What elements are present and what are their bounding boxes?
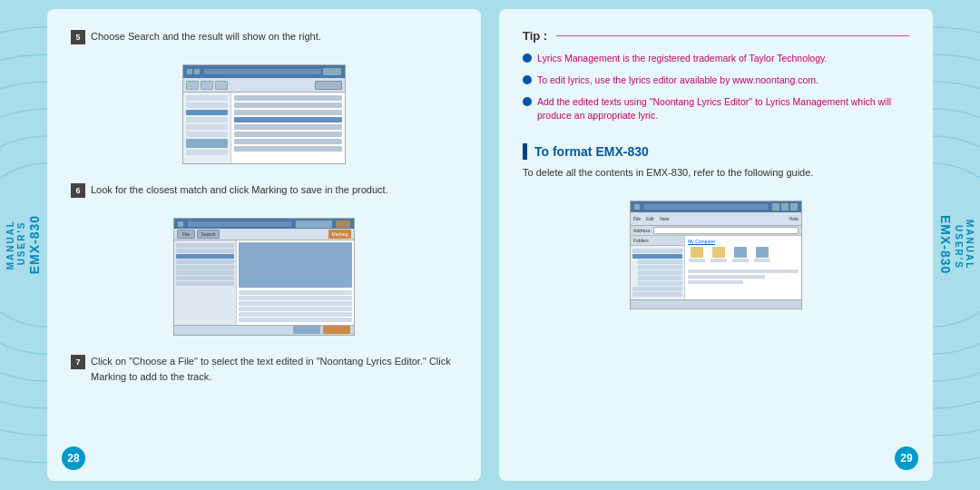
tip-header: Tip : — [523, 29, 909, 43]
format-bar-icon — [523, 143, 527, 160]
tip-item-2: To edit lyrics, use the lyrics editor av… — [523, 74, 909, 88]
ss3-detail-row1 — [688, 270, 799, 273]
ss3-drive-label2 — [754, 259, 770, 262]
screenshot-2-container: File Search Marking — [71, 211, 457, 343]
ss1-main-selected — [234, 117, 342, 122]
center-divider — [485, 0, 495, 490]
ss1-main-row1 — [234, 95, 342, 101]
ss3-folder-label2 — [710, 259, 727, 262]
ss2-mark-btn — [323, 326, 350, 334]
screenshot-1-inner — [183, 65, 345, 163]
ss2-dot1 — [178, 221, 183, 227]
step-5-icon: 5 — [71, 30, 85, 44]
ss1-main — [231, 93, 345, 163]
ss3-drive-icon — [734, 247, 747, 258]
screenshot-3-container: File Edit View Help Address: Folders — [523, 193, 909, 317]
ss3-tree — [631, 246, 684, 299]
left-branding-text: EMX-830 USER'S MANUAL — [5, 215, 43, 274]
ss3-icon1 — [688, 247, 706, 262]
ss3-detail-row3 — [688, 280, 743, 284]
ss3-icon3 — [731, 247, 750, 262]
ss1-row4 — [186, 117, 228, 122]
ss3-close-btn — [790, 203, 798, 211]
tip-bullet-3 — [523, 97, 532, 106]
ss2-search-box — [296, 220, 332, 228]
ss2-rp-row4 — [239, 307, 352, 311]
left-banner: EMX-830 USER'S MANUAL — [0, 0, 47, 490]
tip-item-3: Add the edited texts using "Noontang Lyr… — [523, 95, 909, 124]
ss3-drive-icon2 — [756, 247, 769, 258]
ss1-btn2 — [201, 81, 213, 90]
tip-text-2: To edit lyrics, use the lyrics editor av… — [537, 74, 818, 88]
step-6-text: Look for the closest match and click Mar… — [91, 182, 388, 198]
ss3-folder-icon1 — [691, 247, 703, 258]
ss2-menu1: File — [177, 230, 195, 239]
ss3-tree-child5 — [638, 281, 682, 286]
ss1-content — [183, 93, 345, 163]
format-header: To format EMX-830 — [523, 143, 909, 160]
ss3-content: Folders — [631, 236, 801, 299]
ss1-row5 — [186, 124, 228, 130]
ss1-row6 — [186, 132, 228, 137]
ss2-lp-selected — [176, 254, 234, 259]
ss1-title-bar — [204, 69, 321, 74]
ss3-menu-view: View — [660, 216, 670, 221]
ss3-tree-item3 — [632, 292, 682, 297]
ss3-files-panel: My Computer — [685, 236, 801, 299]
tip-text-3: Add the edited texts using "Noontang Lyr… — [537, 95, 909, 124]
ss3-tree-item1 — [632, 249, 682, 253]
ss1-main-row7 — [234, 146, 342, 152]
ss3-folder-icon2 — [712, 247, 725, 258]
ss3-menu-file: File — [633, 216, 641, 221]
ss3-folders-label: Folders — [631, 236, 684, 246]
ss1-row7 — [186, 150, 228, 155]
tip-bullet-1 — [523, 54, 532, 63]
ss3-address-field — [653, 227, 799, 234]
format-description: To delete all the contents in EMX-830, r… — [523, 165, 909, 181]
ss3-icon4 — [753, 247, 771, 262]
ss2-menu2: Search — [197, 230, 220, 239]
ss1-main-row2 — [234, 103, 342, 108]
screenshot-1 — [182, 64, 346, 164]
ss3-toolbar: File Edit View Help — [631, 212, 801, 226]
ss3-dot1 — [634, 204, 640, 210]
tip-text-1: Lyrics Management is the registered trad… — [537, 52, 827, 66]
ss3-details — [688, 268, 799, 286]
ss1-row2 — [186, 103, 228, 108]
ss2-choose-btn — [293, 326, 320, 334]
ss1-search-btn — [323, 68, 341, 75]
ss3-tree-selected — [632, 254, 682, 259]
ss2-toolbar: File Search Marking — [174, 229, 354, 240]
ss1-btn1 — [186, 81, 199, 90]
ss2-rp-row6 — [239, 318, 352, 322]
ss2-lp-row4 — [176, 265, 234, 270]
ss2-content — [174, 240, 354, 325]
ss3-min-btn — [772, 203, 779, 211]
ss2-lp-row3 — [176, 260, 234, 264]
ss3-tree-child1 — [638, 260, 682, 264]
ss2-right-panel — [237, 240, 354, 325]
ss2-rp-row1 — [239, 290, 352, 295]
format-title: To format EMX-830 — [534, 144, 649, 159]
step-5-text: Choose Search and the result will show o… — [91, 29, 321, 44]
ss1-main-row6 — [234, 139, 342, 144]
ss3-tree-child4 — [638, 276, 682, 280]
ss3-title — [644, 204, 768, 210]
ss2-titlebar — [174, 219, 354, 229]
step-6-row: 6 Look for the closest match and click M… — [71, 182, 457, 198]
screenshot-3: File Edit View Help Address: Folders — [630, 201, 802, 309]
ss3-statusbar — [631, 299, 801, 308]
ss3-max-btn — [781, 203, 789, 211]
ss2-footer — [174, 325, 354, 335]
ss3-drive-label — [732, 259, 749, 262]
step-7-icon: 7 — [71, 355, 85, 369]
right-page-number: 29 — [895, 446, 918, 470]
screenshot-1-container — [71, 57, 457, 172]
ss1-highlight — [186, 139, 228, 148]
ss1-dot1 — [187, 69, 192, 74]
ss3-tree-child3 — [638, 270, 682, 275]
step-7-row: 7 Click on "Choose a File" to select the… — [71, 354, 457, 384]
ss3-titlebar — [631, 201, 801, 213]
left-page-number: 28 — [62, 446, 85, 470]
right-page: Tip : Lyrics Management is the registere… — [499, 9, 933, 481]
